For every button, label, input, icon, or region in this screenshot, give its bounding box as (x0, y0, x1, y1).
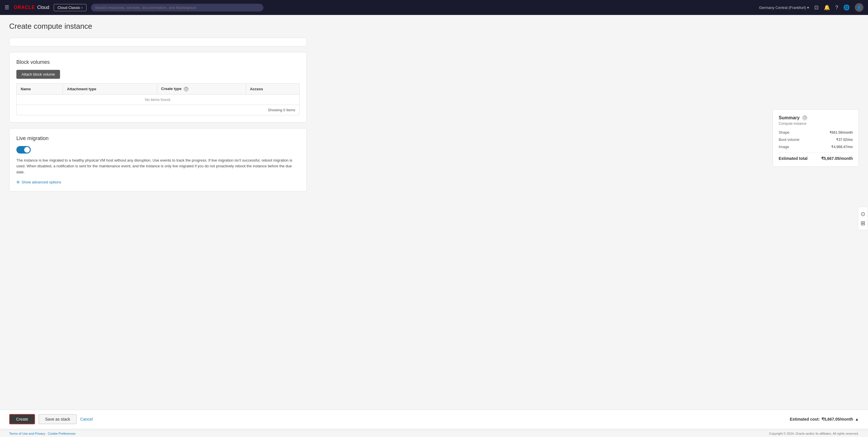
col-name: Name (17, 84, 63, 95)
summary-title-text: Summary (779, 115, 800, 120)
previous-section-hint (9, 38, 307, 46)
main-content: Create compute instance Block volumes At… (0, 15, 316, 204)
table-header-row: Name Attachment type Create type ⓘ Acces… (17, 84, 300, 95)
image-value: ₹4,968.47/mo (831, 145, 853, 149)
help-grid-icon[interactable]: ⊞ (861, 220, 865, 227)
boot-volume-label: Boot volume (779, 138, 799, 142)
summary-title: Summary ⓘ (779, 115, 853, 120)
estimated-cost-value: ₹5,667.05/month (822, 417, 853, 421)
region-selector[interactable]: Germany Central (Frankfurt) ▾ (759, 5, 809, 10)
footer-action-bar: Create Save as stack Cancel Estimated co… (0, 410, 868, 428)
table-showing-row: Showing 0 items (17, 105, 300, 115)
summary-divider (779, 152, 853, 153)
summary-boot-volume-row: Boot volume ₹37.02/mo (779, 138, 853, 142)
col-create-type: Create type ⓘ (157, 84, 246, 95)
terms-link[interactable]: Terms of Use and Privacy (9, 432, 45, 435)
footer-links: Terms of Use and Privacy · Cookie Prefer… (9, 432, 75, 435)
shape-value: ₹661.56/month (830, 130, 853, 135)
summary-panel: Summary ⓘ Compute instance Shape ₹661.56… (773, 109, 859, 167)
show-advanced-options-link[interactable]: ⚙ Show advanced options (17, 180, 300, 184)
hamburger-menu[interactable]: ☰ (5, 4, 9, 11)
page-title: Create compute instance (9, 22, 307, 31)
region-name: Germany Central (Frankfurt) (759, 5, 806, 10)
create-button[interactable]: Create (9, 414, 35, 424)
user-avatar[interactable]: 👤 (855, 3, 863, 12)
attach-block-volume-button[interactable]: Attach block volume (17, 70, 60, 79)
shape-label: Shape (779, 130, 789, 135)
help-widget: ⊙ ⊞ (858, 207, 868, 230)
nav-right-section: Germany Central (Frankfurt) ▾ ⊡ 🔔 ? 🌐 👤 (759, 3, 863, 12)
search-input[interactable] (91, 4, 264, 11)
region-chevron-icon: ▾ (807, 5, 809, 10)
toggle-knob (24, 147, 30, 153)
col-access: Access (246, 84, 300, 95)
boot-volume-value: ₹37.02/mo (836, 138, 853, 142)
bottom-footer: Terms of Use and Privacy · Cookie Prefer… (0, 430, 868, 437)
save-as-stack-button[interactable]: Save as stack (38, 414, 77, 424)
live-migration-title: Live migration (17, 136, 300, 141)
summary-shape-row: Shape ₹661.56/month (779, 130, 853, 135)
footer-estimated-cost: Estimated cost: ₹5,667.05/month ▲ (790, 417, 859, 421)
live-migration-toggle[interactable] (17, 146, 31, 153)
col-attachment-type: Attachment type (63, 84, 157, 95)
create-type-info-icon[interactable]: ⓘ (184, 87, 188, 91)
table-empty-row: No items found. (17, 94, 300, 105)
block-volumes-table: Name Attachment type Create type ⓘ Acces… (17, 83, 300, 115)
search-bar[interactable] (91, 4, 264, 11)
advanced-options-icon: ⚙ (17, 180, 20, 184)
image-label: Image (779, 145, 789, 149)
cloud-text: Cloud (37, 5, 50, 10)
live-migration-toggle-row (17, 146, 300, 153)
help-icon[interactable]: ? (835, 5, 838, 11)
show-advanced-label: Show advanced options (22, 180, 61, 184)
summary-info-icon[interactable]: ⓘ (803, 116, 807, 120)
showing-count: Showing 0 items (17, 105, 300, 115)
live-migration-description: The instance is live migrated to a healt… (17, 157, 300, 175)
summary-total-row: Estimated total ₹5,667.05/month (779, 156, 853, 161)
summary-image-row: Image ₹4,968.47/mo (779, 145, 853, 149)
help-circle-icon[interactable]: ⊙ (861, 210, 865, 217)
total-label: Estimated total (779, 156, 807, 161)
oracle-text: ORACLE (14, 5, 35, 10)
cloud-classic-button[interactable]: Cloud Classic › (54, 4, 86, 11)
console-icon[interactable]: ⊡ (814, 4, 818, 11)
cancel-button[interactable]: Cancel (80, 417, 93, 421)
cost-chevron-icon[interactable]: ▲ (855, 417, 859, 421)
estimated-cost-label: Estimated cost: (790, 417, 820, 421)
no-items-text: No items found. (17, 94, 300, 105)
live-migration-section: Live migration The instance is live migr… (9, 128, 307, 192)
globe-icon[interactable]: 🌐 (843, 4, 849, 11)
total-value: ₹5,667.05/month (821, 156, 853, 161)
copyright-text: Copyright © 2024, Oracle and/or its affi… (769, 432, 859, 435)
avatar-icon: 👤 (857, 5, 861, 10)
top-navigation: ☰ ORACLE Cloud Cloud Classic › Germany C… (0, 0, 868, 15)
cookie-preferences-link[interactable]: Cookie Preferences (48, 432, 76, 435)
summary-subtitle: Compute instance (779, 122, 853, 126)
oracle-logo: ORACLE Cloud (14, 5, 49, 10)
notifications-icon[interactable]: 🔔 (824, 4, 830, 11)
block-volumes-title: Block volumes (17, 59, 300, 65)
block-volumes-section: Block volumes Attach block volume Name A… (9, 52, 307, 122)
